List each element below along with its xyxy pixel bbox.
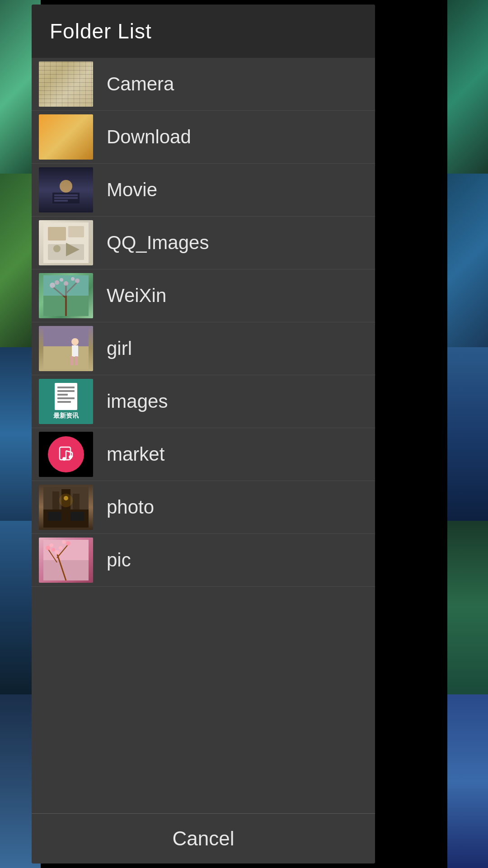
folder-item-qq-images[interactable]: QQ_Images: [32, 217, 375, 269]
news-line: [57, 394, 68, 396]
svg-point-24: [71, 338, 79, 345]
folder-item-movie[interactable]: Movie: [32, 164, 375, 217]
svg-point-50: [66, 541, 70, 546]
folder-thumbnail: [39, 326, 93, 371]
folder-name: Download: [107, 126, 191, 148]
svg-rect-23: [43, 346, 89, 369]
svg-point-52: [55, 550, 59, 555]
svg-point-53: [52, 548, 55, 552]
market-music-icon: [56, 444, 76, 464]
svg-rect-3: [54, 197, 78, 199]
folder-list-dialog: Folder List Camera Download: [32, 5, 375, 863]
dialog-title: Folder List: [50, 19, 152, 43]
svg-rect-25: [72, 345, 78, 357]
folder-thumbnail: [39, 273, 93, 318]
svg-rect-44: [43, 560, 89, 580]
svg-point-51: [62, 540, 66, 544]
svg-rect-26: [70, 356, 73, 365]
folder-item-photo[interactable]: photo: [32, 481, 375, 534]
folder-name: WeiXin: [107, 285, 166, 307]
cancel-button[interactable]: Cancel: [32, 813, 375, 863]
folder-name: market: [107, 443, 164, 465]
bg-segment: [447, 174, 488, 347]
folder-thumbnail: [39, 61, 93, 107]
bg-segment: [447, 347, 488, 521]
folder-item-camera[interactable]: Camera: [32, 58, 375, 111]
qq-thumbnail-image: [43, 222, 89, 263]
weixin-thumbnail-image: [43, 275, 89, 316]
svg-point-0: [60, 180, 72, 193]
svg-point-42: [64, 496, 68, 500]
market-icon-circle: [48, 436, 84, 472]
bg-segment: [447, 694, 488, 868]
folder-thumbnail: [39, 432, 93, 477]
folder-item-weixin[interactable]: WeiXin: [32, 269, 375, 322]
folder-item-images[interactable]: 最新资讯 images: [32, 375, 375, 428]
svg-rect-37: [70, 512, 84, 521]
svg-rect-4: [54, 200, 68, 202]
news-line: [57, 401, 71, 403]
svg-rect-7: [68, 226, 84, 237]
folder-item-download[interactable]: Download: [32, 111, 375, 164]
news-line: [57, 387, 75, 388]
svg-rect-36: [48, 512, 61, 521]
news-icon-inner: 最新资讯: [39, 379, 93, 424]
girl-thumbnail-image: [43, 328, 89, 369]
folder-thumbnail: 最新资讯: [39, 379, 93, 424]
news-line: [57, 397, 75, 399]
folder-list: Camera Download Movie: [32, 58, 375, 813]
news-doc-icon: [55, 383, 77, 410]
svg-point-49: [50, 543, 53, 547]
svg-rect-40: [73, 494, 80, 509]
svg-rect-6: [48, 227, 66, 241]
svg-rect-38: [52, 491, 59, 509]
folder-thumbnail: [39, 538, 93, 583]
folder-item-girl[interactable]: girl: [32, 322, 375, 375]
folder-name: pic: [107, 549, 131, 571]
svg-rect-27: [75, 356, 78, 365]
svg-line-33: [66, 451, 72, 453]
news-line: [57, 390, 75, 392]
folder-name: QQ_Images: [107, 232, 209, 254]
svg-point-9: [53, 245, 61, 252]
folder-thumbnail: [39, 167, 93, 212]
folder-item-pic[interactable]: pic: [32, 534, 375, 587]
folder-name: girl: [107, 338, 132, 359]
folder-thumbnail: [39, 220, 93, 265]
folder-thumbnail: [39, 485, 93, 530]
thumbnail-pattern: [39, 61, 93, 107]
pic-thumbnail-image: [43, 540, 89, 580]
folder-name: images: [107, 391, 168, 412]
folder-name: photo: [107, 496, 154, 518]
svg-rect-21: [43, 275, 89, 296]
movie-thumbnail-icon: [52, 176, 80, 203]
background-right: [447, 0, 488, 868]
dialog-header: Folder List: [32, 5, 375, 58]
svg-rect-2: [54, 194, 78, 196]
cancel-label: Cancel: [173, 827, 235, 849]
photo-thumbnail-image: [43, 487, 89, 528]
folder-name: Camera: [107, 73, 174, 95]
svg-point-54: [59, 546, 62, 550]
folder-item-market[interactable]: market: [32, 428, 375, 481]
bg-segment: [447, 521, 488, 694]
bg-segment: [447, 0, 488, 174]
svg-point-48: [46, 546, 50, 550]
folder-thumbnail: [39, 114, 93, 160]
folder-name: Movie: [107, 179, 157, 201]
news-label: 最新资讯: [53, 412, 79, 420]
